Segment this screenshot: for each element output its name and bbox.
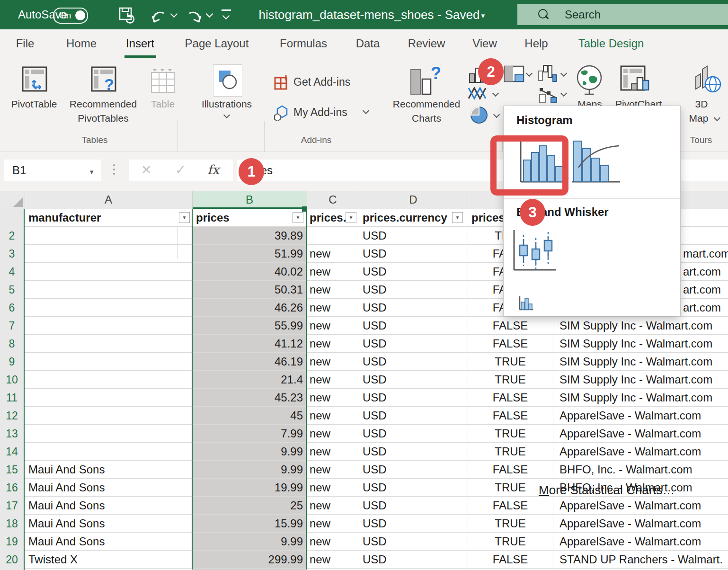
cell[interactable]: Maui And Sons	[25, 533, 196, 550]
recommended-charts-icon[interactable]: ?	[408, 66, 443, 97]
cell[interactable]: USD	[359, 551, 469, 568]
column-header-C[interactable]: C	[328, 191, 337, 208]
cell[interactable]: TRUE	[468, 353, 553, 370]
cell[interactable]	[25, 407, 196, 424]
cell[interactable]: Maui And Sons	[25, 497, 196, 514]
cell[interactable]: USD	[359, 281, 469, 298]
cell[interactable]: new	[307, 515, 359, 532]
cell[interactable]: ApparelSave - Walmart.com	[556, 515, 728, 532]
recommended-pivottables-label-2[interactable]: PivotTables	[78, 113, 128, 124]
row-header-10[interactable]: 10	[0, 371, 24, 389]
cell[interactable]: TRUE	[468, 371, 553, 388]
pivotchart-icon[interactable]	[619, 64, 652, 98]
column-header-A[interactable]: A	[105, 191, 112, 208]
cell[interactable]: ApparelSave - Walmart.com	[556, 407, 728, 424]
cell[interactable]: new	[307, 353, 359, 370]
tab-review[interactable]: Review	[408, 29, 445, 59]
waterfall-chart-icon[interactable]	[538, 63, 558, 83]
redo-icon[interactable]	[186, 8, 203, 24]
recommended-charts-label-2[interactable]: Charts	[412, 113, 441, 124]
cell[interactable]	[25, 317, 196, 334]
cell[interactable]: mart.com	[683, 245, 728, 262]
cell[interactable]: FALSE	[468, 317, 553, 334]
selection-handle[interactable]	[302, 206, 307, 212]
tab-file[interactable]: File	[16, 29, 35, 59]
cell[interactable]: art.com	[683, 299, 728, 316]
cell[interactable]: USD	[359, 407, 469, 424]
tab-table-design[interactable]: Table Design	[578, 29, 644, 59]
tab-help[interactable]: Help	[524, 29, 548, 59]
cell[interactable]: FALSE	[468, 551, 553, 568]
cell[interactable]: art.com	[683, 263, 728, 280]
name-box[interactable]: B1 ▼	[4, 160, 101, 181]
cell[interactable]	[25, 353, 196, 370]
illustrations-button-box[interactable]	[213, 64, 242, 97]
cell[interactable]: new	[307, 443, 359, 460]
row-header-15[interactable]: 15	[0, 461, 24, 479]
cell[interactable]: ApparelSave - Walmart.com	[556, 443, 728, 460]
cell[interactable]	[25, 281, 196, 298]
cell[interactable]: USD	[359, 443, 469, 460]
cell[interactable]	[25, 371, 196, 388]
cell[interactable]: new	[307, 299, 359, 316]
row-header-18[interactable]: 18	[0, 515, 24, 533]
name-box-dropdown-icon[interactable]: ▼	[89, 169, 95, 176]
cell[interactable]: USD	[359, 425, 469, 442]
tab-page-layout[interactable]: Page Layout	[185, 29, 249, 59]
cell[interactable]	[25, 335, 196, 352]
cell[interactable]: USD	[359, 461, 469, 478]
cell[interactable]: TRUE	[468, 515, 553, 532]
document-title[interactable]: histogram_dataset-mens_shoes - Saved	[256, 0, 483, 29]
cell[interactable]: USD	[359, 371, 469, 388]
3d-map-icon[interactable]	[692, 63, 722, 98]
line-chart-icon[interactable]	[468, 85, 489, 101]
get-addins-label[interactable]: Get Add-ins	[293, 76, 350, 89]
redo-menu-chevron-icon[interactable]	[206, 10, 213, 18]
row-header-17[interactable]: 17	[0, 497, 24, 515]
cancel-icon[interactable]: ✕	[141, 160, 152, 180]
cell[interactable]: USD	[359, 299, 469, 316]
row-header-19[interactable]: 19	[0, 533, 24, 551]
recommended-pivottables-icon[interactable]: ?	[90, 65, 117, 95]
cell[interactable]: new	[307, 335, 359, 352]
cell[interactable]: FALSE	[468, 335, 553, 352]
qat-overflow-chevron-icon[interactable]	[222, 12, 230, 20]
3d-map-label-1[interactable]: 3D	[695, 98, 708, 110]
box-whisker-chart-option[interactable]	[509, 228, 559, 277]
undo-menu-chevron-icon[interactable]	[170, 10, 178, 18]
cell[interactable]: USD	[359, 479, 469, 496]
cell[interactable]: USD	[359, 227, 469, 244]
row-header-9[interactable]: 9	[0, 353, 24, 371]
tab-insert[interactable]: Insert	[126, 29, 154, 59]
row-header-20[interactable]: 20	[0, 551, 24, 569]
cell[interactable]: new	[307, 479, 359, 496]
row-header-14[interactable]: 14	[0, 443, 24, 461]
filter-button-c[interactable]: ▼	[346, 212, 356, 223]
cell[interactable]: TRUE	[468, 443, 553, 460]
line-chart-chevron-icon[interactable]	[492, 90, 499, 97]
pivottable-label[interactable]: PivotTable	[11, 98, 57, 110]
enter-icon[interactable]: ✓	[175, 160, 186, 180]
autosave-toggle[interactable]: On	[53, 8, 88, 24]
cell[interactable]	[25, 299, 196, 316]
cell[interactable]: TRUE	[468, 425, 553, 442]
filter-button-d[interactable]: ▼	[452, 212, 463, 223]
cell[interactable]: SIM Supply Inc - Walmart.com	[556, 317, 728, 334]
cell[interactable]: USD	[359, 245, 469, 262]
tab-home[interactable]: Home	[66, 29, 97, 59]
row-header-8[interactable]: 8	[0, 335, 24, 353]
illustrations-label[interactable]: Illustrations	[202, 98, 252, 110]
cell[interactable]: SIM Supply Inc - Walmart.com	[556, 335, 728, 352]
tab-formulas[interactable]: Formulas	[280, 29, 327, 59]
cell[interactable]: new	[307, 497, 359, 514]
waterfall-chevron-icon[interactable]	[560, 70, 567, 77]
cell[interactable]	[25, 425, 196, 442]
cell[interactable]: ApparelSave - Walmart.com	[556, 425, 728, 442]
cell[interactable]	[25, 263, 196, 280]
maps-icon[interactable]	[575, 64, 605, 98]
cell[interactable]: FALSE	[468, 407, 553, 424]
save-icon[interactable]	[118, 7, 136, 24]
title-dropdown-icon[interactable]: ▼	[480, 12, 486, 19]
get-addins-icon[interactable]	[274, 74, 291, 91]
pie-chart-chevron-icon[interactable]	[493, 111, 500, 118]
